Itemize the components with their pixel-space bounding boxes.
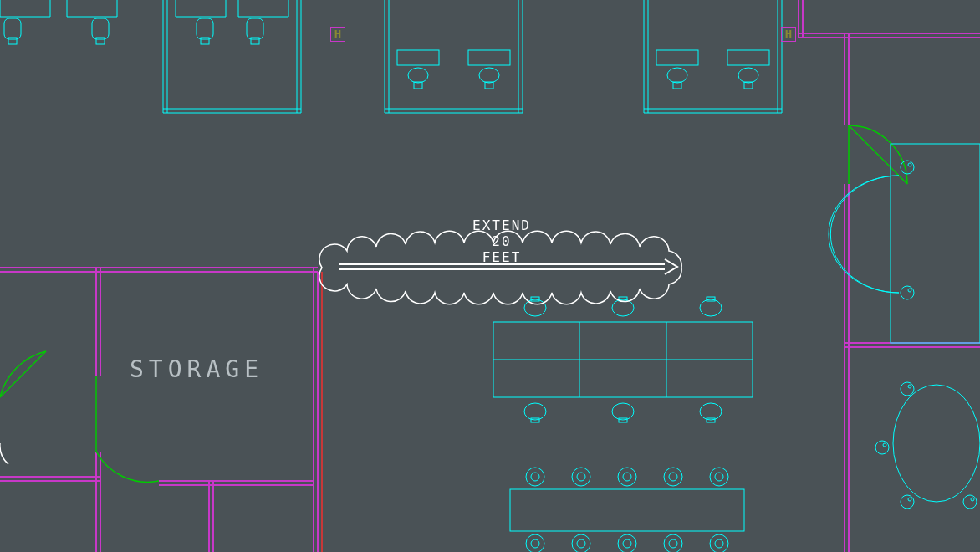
chair-inner-icon — [531, 473, 539, 481]
desk-outline — [238, 0, 288, 17]
chair-icon — [526, 534, 544, 552]
cad-drawing-canvas[interactable] — [0, 0, 980, 552]
chair-icon — [710, 468, 728, 486]
chair-icon — [526, 468, 544, 486]
seat-icon — [901, 286, 914, 299]
chair-icon — [700, 299, 722, 316]
seat-icon — [963, 495, 977, 509]
seat-dot-icon — [908, 498, 911, 501]
chair-icon — [197, 18, 213, 39]
desk-outline — [0, 0, 50, 17]
chair-icon — [618, 534, 636, 552]
seat-dot-icon — [971, 498, 974, 501]
chair-icon — [664, 468, 682, 486]
chair-icon — [618, 468, 636, 486]
chair-inner-icon — [623, 539, 631, 548]
chair-inner-icon — [669, 539, 677, 548]
seat-dot-icon — [883, 443, 886, 447]
chair-icon — [572, 534, 590, 552]
chair-base-icon — [251, 38, 259, 44]
chair-base-icon — [96, 38, 105, 44]
chair-icon — [524, 403, 546, 420]
chair-inner-icon — [531, 539, 539, 548]
chair-icon — [479, 68, 499, 83]
chair-inner-icon — [669, 473, 677, 481]
chair-icon — [247, 18, 263, 39]
seat-dot-icon — [908, 385, 911, 388]
chair-icon — [408, 68, 428, 83]
chair-inner-icon — [577, 473, 585, 481]
chair-base-icon — [8, 38, 17, 44]
furniture-outline — [891, 144, 980, 343]
desk-outline — [176, 0, 226, 17]
chair-icon — [710, 534, 728, 552]
chair-icon — [738, 68, 758, 83]
door-line — [0, 351, 46, 397]
door-swing-icon — [96, 452, 159, 482]
chair-inner-icon — [623, 473, 631, 481]
seat-icon — [875, 441, 889, 454]
chair-icon — [664, 534, 682, 552]
chair-inner-icon — [715, 539, 723, 548]
door-line — [849, 125, 907, 184]
chair-icon — [700, 403, 722, 420]
chair-icon — [92, 18, 109, 39]
desk-outline — [468, 50, 510, 65]
door-swing-icon — [0, 443, 8, 464]
desk-outline — [656, 50, 698, 65]
revision-cloud-icon — [319, 231, 681, 304]
chair-icon — [612, 403, 634, 420]
chair-icon — [524, 299, 546, 316]
seat-dot-icon — [908, 163, 911, 166]
chair-icon — [4, 18, 21, 39]
desk-outline — [67, 0, 117, 17]
furniture-curve — [829, 176, 899, 293]
desk-outline — [397, 50, 439, 65]
chair-inner-icon — [577, 539, 585, 548]
seat-icon — [901, 161, 914, 174]
chair-icon — [572, 468, 590, 486]
table-outline — [510, 489, 744, 531]
desk-outline — [727, 50, 769, 65]
seat-icon — [901, 495, 914, 509]
seat-icon — [901, 382, 914, 396]
chair-base-icon — [201, 38, 209, 44]
chair-inner-icon — [715, 473, 723, 481]
furniture-curve — [893, 385, 980, 502]
chair-icon — [667, 68, 687, 83]
seat-dot-icon — [908, 289, 911, 292]
furniture-curve — [830, 176, 899, 293]
